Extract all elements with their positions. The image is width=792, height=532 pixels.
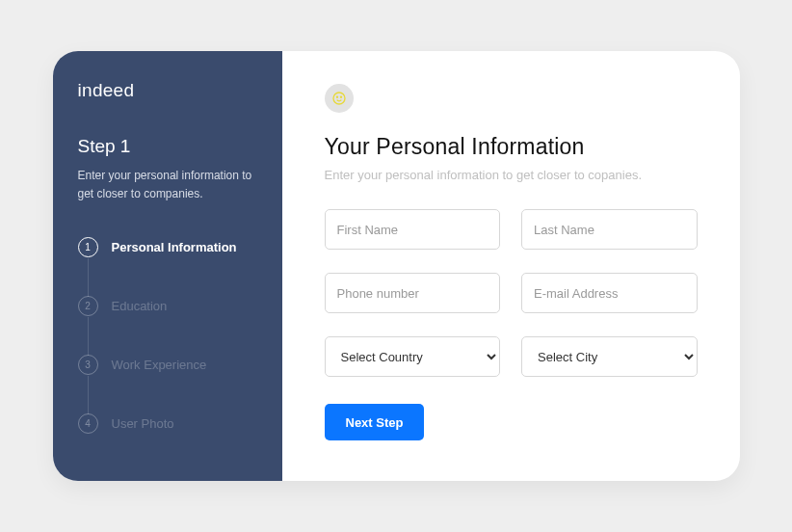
country-select[interactable]: Select Country	[325, 336, 501, 377]
first-name-field[interactable]	[325, 209, 501, 250]
brand-logo: indeed	[78, 80, 257, 101]
form-grid: Select Country Select City	[325, 209, 698, 377]
svg-point-2	[340, 96, 341, 97]
step-item-photo[interactable]: 4 User Photo	[78, 413, 257, 434]
next-step-button[interactable]: Next Step	[325, 404, 425, 440]
form-description: Enter your personal information to get c…	[325, 168, 698, 182]
step-description: Enter your personal information to get c…	[78, 167, 257, 202]
svg-point-0	[333, 93, 345, 104]
step-label: Education	[112, 299, 168, 313]
email-field[interactable]	[521, 273, 698, 313]
sidebar: indeed Step 1 Enter your personal inform…	[53, 51, 282, 481]
step-label: Work Experience	[112, 358, 207, 372]
step-number: 4	[78, 413, 98, 434]
step-list: 1 Personal Information 2 Education 3 Wor…	[78, 237, 257, 434]
step-heading: Step 1	[78, 136, 257, 157]
step-item-work[interactable]: 3 Work Experience	[78, 355, 257, 375]
step-number: 2	[78, 296, 98, 316]
phone-field[interactable]	[325, 273, 501, 313]
wizard-card: indeed Step 1 Enter your personal inform…	[53, 51, 740, 481]
svg-point-1	[336, 96, 337, 97]
smile-icon	[325, 84, 354, 113]
city-select[interactable]: Select City	[521, 336, 698, 377]
step-number: 3	[78, 355, 98, 375]
form-panel: Your Personal Information Enter your per…	[282, 51, 740, 481]
form-title: Your Personal Information	[325, 134, 698, 160]
step-label: Personal Information	[112, 240, 237, 254]
step-number: 1	[78, 237, 98, 257]
last-name-field[interactable]	[521, 209, 698, 250]
step-item-personal[interactable]: 1 Personal Information	[78, 237, 257, 257]
step-label: User Photo	[112, 416, 174, 431]
step-item-education[interactable]: 2 Education	[78, 296, 257, 316]
